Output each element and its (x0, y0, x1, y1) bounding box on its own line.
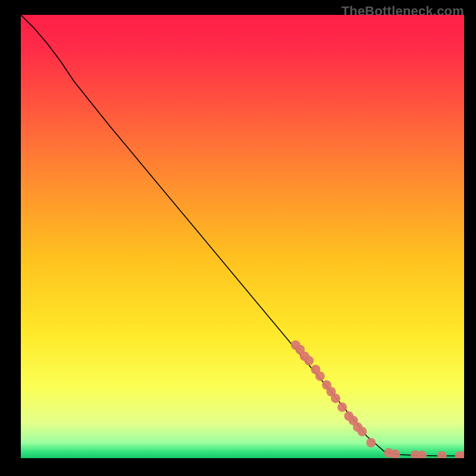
scatter-point (337, 402, 347, 412)
chart-svg (21, 15, 464, 458)
scatter-point (367, 438, 376, 447)
scatter-point (315, 371, 325, 381)
scatter-point (358, 427, 367, 436)
chart-frame: TheBottleneck.com (0, 0, 476, 476)
scatter-point (331, 393, 340, 403)
gradient-background (21, 15, 464, 458)
scatter-point (304, 356, 314, 365)
plot-area (21, 15, 464, 458)
